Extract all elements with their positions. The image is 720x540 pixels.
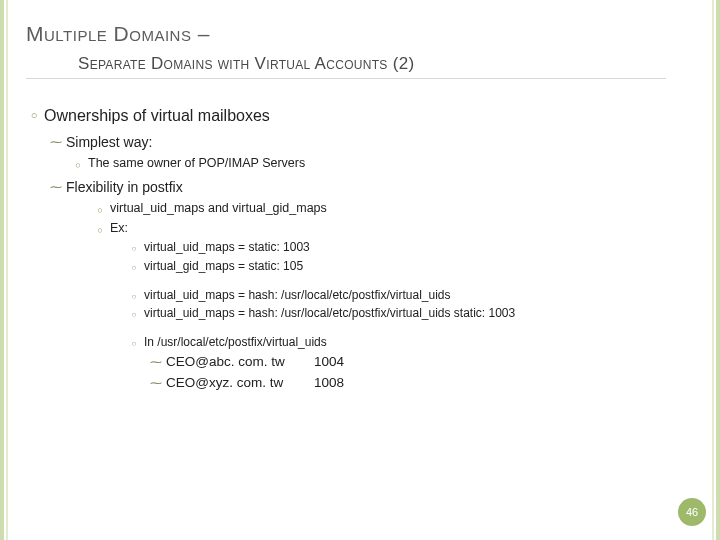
bullet-ring-small-icon: ○ bbox=[126, 291, 142, 302]
bullet-ring-small-icon: ○ bbox=[126, 262, 142, 273]
bullet-wave-icon: ⁓ bbox=[148, 375, 164, 392]
l4-uid-static: virtual_uid_maps = static: 1003 bbox=[144, 239, 694, 256]
bullet-ring-icon: ○ bbox=[92, 224, 108, 237]
l4-uid-hash-static: virtual_uid_maps = hash: /usr/local/etc/… bbox=[144, 305, 694, 322]
bullet-ring-small-icon: ○ bbox=[126, 338, 142, 349]
page-number: 46 bbox=[686, 506, 698, 518]
l1-ownerships: Ownerships of virtual mailboxes bbox=[44, 105, 694, 127]
l4-gid-static: virtual_gid_maps = static: 105 bbox=[144, 258, 694, 275]
bullet-wave-icon: ⁓ bbox=[48, 134, 64, 151]
bullet-wave-icon: ⁓ bbox=[148, 354, 164, 371]
email-address: CEO@abc. com. tw bbox=[166, 353, 314, 372]
bullet-wave-icon: ⁓ bbox=[48, 179, 64, 196]
bullet-ring-icon: ○ bbox=[26, 108, 42, 123]
bullet-ring-icon: ○ bbox=[70, 159, 86, 172]
l2-simplest: Simplest way: bbox=[66, 133, 694, 153]
l2-flexibility: Flexibility in postfix bbox=[66, 178, 694, 198]
slide-title-line1: Multiple Domains – bbox=[26, 22, 694, 46]
email-uid: 1004 bbox=[314, 353, 344, 372]
slide-title-line2: Separate Domains with Virtual Accounts (… bbox=[78, 54, 694, 74]
l5-email-row: CEO@abc. com. tw 1004 bbox=[166, 353, 694, 372]
l4-uid-hash: virtual_uid_maps = hash: /usr/local/etc/… bbox=[144, 287, 694, 304]
bullet-ring-icon: ○ bbox=[92, 204, 108, 217]
email-uid: 1008 bbox=[314, 374, 344, 393]
l3-ex: Ex: bbox=[110, 220, 694, 238]
page-number-badge: 46 bbox=[678, 498, 706, 526]
l4-in-file: In /usr/local/etc/postfix/virtual_uids bbox=[144, 334, 694, 351]
title-main: Multiple Domains bbox=[26, 22, 191, 45]
l5-email-row: CEO@xyz. com. tw 1008 bbox=[166, 374, 694, 393]
l3-same-owner: The same owner of POP/IMAP Servers bbox=[88, 155, 694, 173]
bullet-ring-small-icon: ○ bbox=[126, 243, 142, 254]
title-dash: – bbox=[191, 22, 210, 45]
email-address: CEO@xyz. com. tw bbox=[166, 374, 314, 393]
subtitle-main: Separate Domains with Virtual Accounts bbox=[78, 54, 388, 73]
subtitle-paren: (2) bbox=[393, 54, 415, 73]
l3-maps: virtual_uid_maps and virtual_gid_maps bbox=[110, 200, 694, 218]
title-underline bbox=[26, 78, 666, 79]
bullet-ring-small-icon: ○ bbox=[126, 309, 142, 320]
